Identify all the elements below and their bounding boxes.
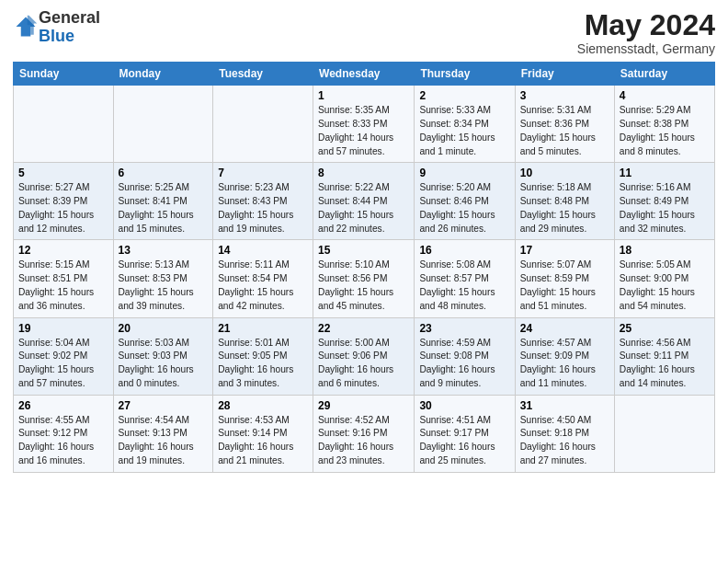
table-row: 14Sunrise: 5:11 AM Sunset: 8:54 PM Dayli… [213,240,313,317]
table-row: 13Sunrise: 5:13 AM Sunset: 8:53 PM Dayli… [113,240,213,317]
day-info: Sunrise: 4:57 AM Sunset: 9:09 PM Dayligh… [520,337,609,391]
day-info: Sunrise: 5:31 AM Sunset: 8:36 PM Dayligh… [520,104,609,158]
day-number: 16 [419,244,509,257]
day-number: 1 [318,89,409,102]
table-row: 9Sunrise: 5:20 AM Sunset: 8:46 PM Daylig… [415,163,515,240]
week-row-3: 12Sunrise: 5:15 AM Sunset: 8:51 PM Dayli… [14,240,715,317]
table-row: 18Sunrise: 5:05 AM Sunset: 9:00 PM Dayli… [614,240,714,317]
table-row [614,395,714,472]
col-friday: Friday [515,63,614,86]
day-info: Sunrise: 4:50 AM Sunset: 9:18 PM Dayligh… [520,414,609,468]
day-number: 12 [18,244,108,257]
day-number: 30 [419,399,509,412]
day-info: Sunrise: 4:51 AM Sunset: 9:17 PM Dayligh… [419,414,509,468]
table-row: 12Sunrise: 5:15 AM Sunset: 8:51 PM Dayli… [14,240,114,317]
table-row: 29Sunrise: 4:52 AM Sunset: 9:16 PM Dayli… [313,395,415,472]
table-row: 20Sunrise: 5:03 AM Sunset: 9:03 PM Dayli… [113,317,213,395]
page: General Blue May 2024 Siemensstadt, Germ… [0,0,728,563]
table-row: 22Sunrise: 5:00 AM Sunset: 9:06 PM Dayli… [313,317,415,395]
table-row: 17Sunrise: 5:07 AM Sunset: 8:59 PM Dayli… [515,240,614,317]
day-info: Sunrise: 5:22 AM Sunset: 8:44 PM Dayligh… [318,181,409,236]
day-info: Sunrise: 4:55 AM Sunset: 9:12 PM Dayligh… [18,414,108,468]
table-row: 1Sunrise: 5:35 AM Sunset: 8:33 PM Daylig… [313,86,415,163]
table-row: 19Sunrise: 5:04 AM Sunset: 9:02 PM Dayli… [14,317,114,395]
day-info: Sunrise: 5:10 AM Sunset: 8:56 PM Dayligh… [318,259,409,313]
table-row: 2Sunrise: 5:33 AM Sunset: 8:34 PM Daylig… [415,86,515,163]
day-number: 7 [218,167,308,179]
day-number: 24 [520,322,609,335]
table-row: 4Sunrise: 5:29 AM Sunset: 8:38 PM Daylig… [614,86,714,163]
day-number: 9 [419,167,509,179]
day-number: 28 [218,399,308,412]
day-number: 14 [218,244,308,257]
logo-icon [13,14,39,40]
week-row-1: 1Sunrise: 5:35 AM Sunset: 8:33 PM Daylig… [14,86,715,163]
day-number: 5 [18,167,108,179]
table-row: 31Sunrise: 4:50 AM Sunset: 9:18 PM Dayli… [515,395,614,472]
day-info: Sunrise: 5:23 AM Sunset: 8:43 PM Dayligh… [218,181,308,236]
day-info: Sunrise: 5:29 AM Sunset: 8:38 PM Dayligh… [620,104,710,158]
col-thursday: Thursday [415,63,515,86]
day-info: Sunrise: 5:07 AM Sunset: 8:59 PM Dayligh… [520,259,609,313]
day-number: 26 [18,399,108,412]
day-number: 22 [318,322,409,335]
subtitle: Siemensstadt, Germany [577,41,715,56]
day-number: 20 [119,322,209,335]
table-row: 27Sunrise: 4:54 AM Sunset: 9:13 PM Dayli… [113,395,213,472]
title-block: May 2024 Siemensstadt, Germany [577,9,715,56]
table-row [213,86,313,163]
week-row-2: 5Sunrise: 5:27 AM Sunset: 8:39 PM Daylig… [14,163,715,240]
day-info: Sunrise: 5:11 AM Sunset: 8:54 PM Dayligh… [218,259,308,313]
table-row: 5Sunrise: 5:27 AM Sunset: 8:39 PM Daylig… [14,163,114,240]
table-row: 6Sunrise: 5:25 AM Sunset: 8:41 PM Daylig… [113,163,213,240]
col-monday: Monday [113,63,213,86]
day-info: Sunrise: 5:16 AM Sunset: 8:49 PM Dayligh… [620,181,710,236]
col-saturday: Saturday [614,63,714,86]
table-row: 8Sunrise: 5:22 AM Sunset: 8:44 PM Daylig… [313,163,415,240]
table-row: 10Sunrise: 5:18 AM Sunset: 8:48 PM Dayli… [515,163,614,240]
day-info: Sunrise: 4:59 AM Sunset: 9:08 PM Dayligh… [419,337,509,391]
table-row: 11Sunrise: 5:16 AM Sunset: 8:49 PM Dayli… [614,163,714,240]
table-row: 28Sunrise: 4:53 AM Sunset: 9:14 PM Dayli… [213,395,313,472]
day-info: Sunrise: 4:56 AM Sunset: 9:11 PM Dayligh… [620,337,710,391]
day-info: Sunrise: 5:03 AM Sunset: 9:03 PM Dayligh… [119,337,209,391]
day-number: 19 [18,322,108,335]
day-info: Sunrise: 5:08 AM Sunset: 8:57 PM Dayligh… [419,259,509,313]
day-number: 13 [119,244,209,257]
day-info: Sunrise: 5:35 AM Sunset: 8:33 PM Dayligh… [318,104,409,158]
day-number: 11 [620,167,710,179]
week-row-5: 26Sunrise: 4:55 AM Sunset: 9:12 PM Dayli… [14,395,715,472]
day-info: Sunrise: 5:05 AM Sunset: 9:00 PM Dayligh… [620,259,710,313]
day-number: 18 [620,244,710,257]
day-info: Sunrise: 5:13 AM Sunset: 8:53 PM Dayligh… [119,259,209,313]
table-row [113,86,213,163]
day-info: Sunrise: 5:15 AM Sunset: 8:51 PM Dayligh… [18,259,108,313]
table-row: 30Sunrise: 4:51 AM Sunset: 9:17 PM Dayli… [415,395,515,472]
table-row: 24Sunrise: 4:57 AM Sunset: 9:09 PM Dayli… [515,317,614,395]
day-info: Sunrise: 5:27 AM Sunset: 8:39 PM Dayligh… [18,181,108,236]
table-row: 16Sunrise: 5:08 AM Sunset: 8:57 PM Dayli… [415,240,515,317]
table-row: 21Sunrise: 5:01 AM Sunset: 9:05 PM Dayli… [213,317,313,395]
day-info: Sunrise: 5:04 AM Sunset: 9:02 PM Dayligh… [18,337,108,391]
day-number: 3 [520,89,609,102]
day-number: 4 [620,89,710,102]
day-number: 15 [318,244,409,257]
logo-general-text: General [39,8,100,27]
day-number: 31 [520,399,609,412]
day-info: Sunrise: 5:01 AM Sunset: 9:05 PM Dayligh… [218,337,308,391]
logo: General Blue [13,9,100,46]
table-row: 15Sunrise: 5:10 AM Sunset: 8:56 PM Dayli… [313,240,415,317]
day-number: 17 [520,244,609,257]
day-number: 25 [620,322,710,335]
table-row [14,86,114,163]
day-number: 2 [419,89,509,102]
day-info: Sunrise: 4:54 AM Sunset: 9:13 PM Dayligh… [119,414,209,468]
col-wednesday: Wednesday [313,63,415,86]
col-sunday: Sunday [14,63,114,86]
day-number: 6 [119,167,209,179]
table-row: 3Sunrise: 5:31 AM Sunset: 8:36 PM Daylig… [515,86,614,163]
table-row: 23Sunrise: 4:59 AM Sunset: 9:08 PM Dayli… [415,317,515,395]
day-info: Sunrise: 4:52 AM Sunset: 9:16 PM Dayligh… [318,414,409,468]
table-row: 7Sunrise: 5:23 AM Sunset: 8:43 PM Daylig… [213,163,313,240]
week-row-4: 19Sunrise: 5:04 AM Sunset: 9:02 PM Dayli… [14,317,715,395]
